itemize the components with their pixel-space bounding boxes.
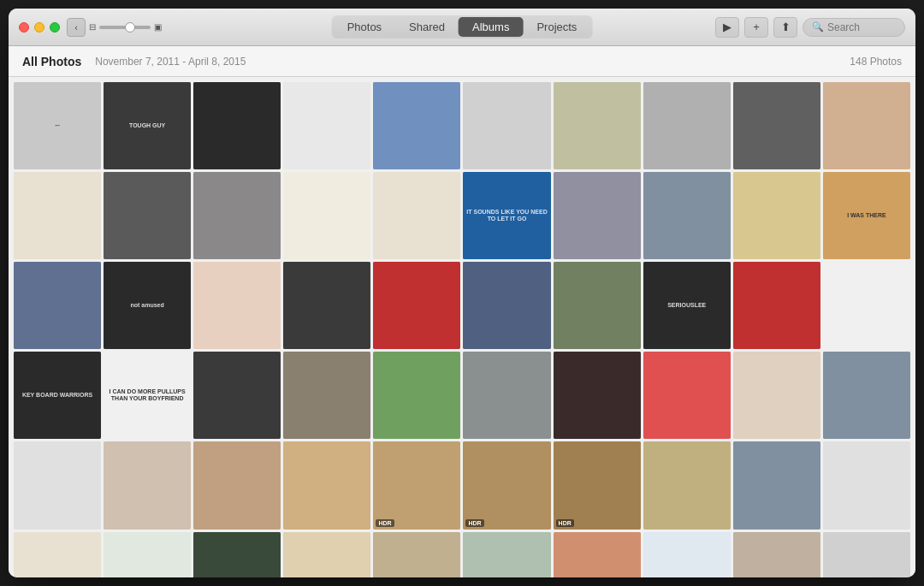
photo-thumb[interactable] (104, 172, 191, 259)
add-button[interactable]: + (744, 17, 768, 38)
back-button[interactable]: ‹ (67, 18, 86, 37)
search-box[interactable]: 🔍 (803, 18, 905, 37)
close-button[interactable] (19, 22, 29, 33)
toolbar: All Photos November 7, 2011 - April 8, 2… (9, 46, 915, 77)
photo-thumb[interactable] (373, 172, 460, 259)
photo-thumb[interactable]: HDR (463, 441, 550, 529)
titlebar: ‹ ⊟ ▣ Photos Shared Albums Projects ▶ + … (9, 9, 915, 46)
photo-thumb[interactable] (463, 82, 550, 169)
photo-grid: ···TOUGH GUYIT SOUNDS LIKE YOU NEED TO L… (14, 82, 910, 577)
photo-thumb[interactable]: ··· (14, 82, 101, 169)
photo-thumb[interactable] (283, 352, 370, 439)
hdr-badge: HDR (376, 519, 394, 527)
photo-thumb[interactable] (193, 441, 281, 529)
photo-thumb[interactable]: IT SOUNDS LIKE YOU NEED TO LET IT GO (463, 172, 550, 259)
photo-thumb[interactable] (283, 441, 370, 529)
photo-thumb[interactable] (643, 82, 731, 169)
photo-thumb[interactable] (283, 82, 370, 169)
photo-thumb[interactable] (14, 441, 101, 529)
photo-thumb[interactable]: HDR (373, 441, 460, 529)
photo-thumb[interactable] (104, 532, 191, 577)
photo-thumb[interactable] (554, 262, 641, 349)
photo-thumb[interactable] (733, 352, 820, 439)
traffic-lights (19, 22, 60, 33)
photo-thumb[interactable] (554, 82, 641, 169)
photo-thumb[interactable] (643, 172, 731, 259)
tab-projects[interactable]: Projects (523, 17, 590, 37)
photo-thumb[interactable] (733, 441, 820, 529)
tab-photos[interactable]: Photos (334, 17, 395, 37)
photo-thumb[interactable] (283, 532, 370, 577)
photo-thumb[interactable] (733, 262, 820, 349)
slider-thumb (125, 22, 135, 33)
photo-thumb[interactable] (554, 532, 641, 577)
photo-thumb[interactable] (14, 262, 101, 349)
photo-thumb[interactable] (823, 352, 910, 439)
photo-thumb[interactable] (463, 532, 550, 577)
photo-thumb[interactable] (823, 82, 910, 169)
photo-thumb[interactable]: I WAS THERE (823, 172, 910, 259)
photo-thumb[interactable] (14, 532, 101, 577)
play-button[interactable]: ▶ (715, 17, 739, 38)
photo-thumb[interactable] (643, 441, 731, 529)
photo-thumb[interactable] (554, 172, 641, 259)
photo-thumb[interactable]: TOUGH GUY (104, 82, 191, 169)
photo-thumb[interactable] (823, 262, 910, 349)
hdr-badge: HDR (556, 519, 574, 527)
photo-thumb[interactable] (554, 352, 641, 439)
photo-thumb[interactable]: HDR (643, 532, 731, 577)
photo-thumb[interactable] (373, 532, 460, 577)
maximize-button[interactable] (50, 22, 60, 33)
photo-thumb[interactable] (193, 172, 281, 259)
tab-shared[interactable]: Shared (395, 17, 459, 37)
photo-thumb[interactable] (733, 82, 820, 169)
photo-thumb[interactable] (193, 262, 281, 349)
photo-thumb[interactable]: SERIOUSLEE (643, 262, 731, 349)
photo-thumb[interactable] (823, 532, 910, 577)
hdr-badge: HDR (465, 519, 483, 527)
nav-tabs: Photos Shared Albums Projects (332, 15, 593, 38)
titlebar-right: ▶ + ⬆ 🔍 (715, 17, 905, 38)
minimize-button[interactable] (34, 22, 44, 33)
photo-count: 148 Photos (850, 56, 902, 68)
photo-thumb[interactable] (373, 352, 460, 439)
photo-thumb[interactable]: not amused (104, 262, 191, 349)
photo-thumb[interactable] (193, 82, 281, 169)
photo-thumb[interactable] (463, 352, 550, 439)
photo-thumb[interactable] (104, 441, 191, 529)
photos-app-window: ‹ ⊟ ▣ Photos Shared Albums Projects ▶ + … (9, 9, 915, 577)
slider-min-icon: ⊟ (89, 22, 96, 32)
photo-thumb[interactable]: I CAN DO MORE PULLUPS THAN YOUR BOYFRIEN… (104, 352, 191, 439)
photo-thumb[interactable] (14, 172, 101, 259)
share-button[interactable]: ⬆ (773, 17, 797, 38)
search-input[interactable] (827, 21, 896, 33)
all-photos-label: All Photos (22, 55, 81, 68)
tab-albums[interactable]: Albums (459, 17, 523, 37)
slider-max-icon: ▣ (154, 22, 162, 32)
photo-thumb[interactable] (733, 172, 820, 259)
photo-thumb[interactable] (193, 532, 281, 577)
search-icon: 🔍 (812, 21, 824, 33)
photo-thumb[interactable] (193, 352, 281, 439)
photo-thumb[interactable] (283, 172, 370, 259)
slider-area: ⊟ ▣ (89, 22, 162, 32)
photo-thumb[interactable] (643, 352, 731, 439)
photos-area[interactable]: ···TOUGH GUYIT SOUNDS LIKE YOU NEED TO L… (9, 77, 915, 577)
photo-thumb[interactable]: KEY BOARD WARRIORS (14, 352, 101, 439)
photo-thumb[interactable] (283, 262, 370, 349)
photo-thumb[interactable] (373, 82, 460, 169)
photo-thumb[interactable] (373, 262, 460, 349)
photo-thumb[interactable] (823, 441, 910, 529)
photo-thumb[interactable] (463, 262, 550, 349)
photo-thumb[interactable]: HDR (733, 532, 820, 577)
slider-track[interactable] (99, 26, 151, 29)
date-range: November 7, 2011 - April 8, 2015 (95, 56, 850, 68)
photo-thumb[interactable]: HDR (554, 441, 641, 529)
